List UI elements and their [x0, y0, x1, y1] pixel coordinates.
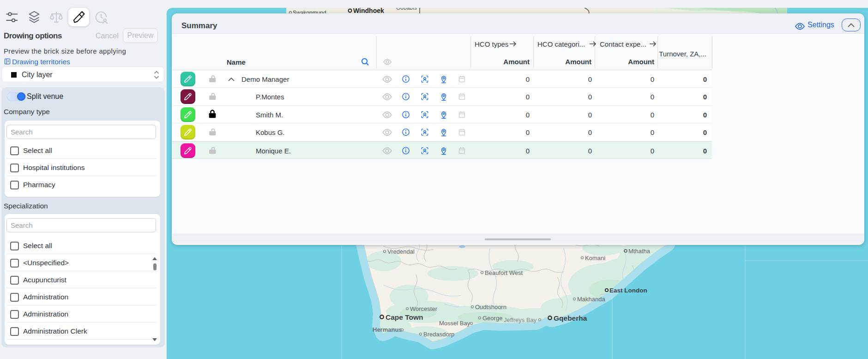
svg-text:Beaufort West: Beaufort West	[485, 269, 523, 276]
svg-text:George: George	[482, 315, 502, 322]
svg-text:Makhanda: Makhanda	[577, 296, 605, 303]
svg-text:Bredasdorp: Bredasdorp	[423, 331, 454, 338]
svg-text:Jeffreys Bay: Jeffreys Bay	[504, 316, 537, 323]
svg-text:Komani: Komani	[585, 255, 605, 262]
svg-text:Hermanus: Hermanus	[373, 326, 402, 333]
svg-text:Vredendal: Vredendal	[387, 248, 415, 255]
svg-text:East London: East London	[609, 287, 647, 294]
svg-text:Cape Town: Cape Town	[386, 313, 423, 321]
svg-text:Oudtshoorn: Oudtshoorn	[475, 304, 506, 310]
svg-text:Gobabis: Gobabis	[396, 8, 417, 11]
svg-text:Mthatha: Mthatha	[628, 248, 651, 255]
svg-text:Worcester: Worcester	[410, 305, 438, 312]
svg-text:Mossel Bay: Mossel Bay	[439, 320, 470, 327]
svg-text:Gqeberha: Gqeberha	[554, 314, 587, 322]
